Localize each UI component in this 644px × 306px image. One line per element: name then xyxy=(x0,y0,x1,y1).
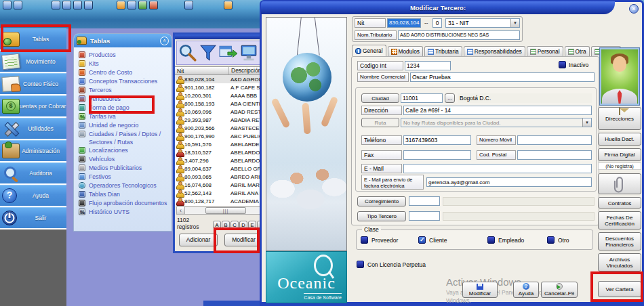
checkbox-icon[interactable] xyxy=(547,236,555,244)
numero-movil-input[interactable] xyxy=(517,135,592,145)
inactivo-checkbox[interactable] xyxy=(559,61,566,68)
corregimiento-input[interactable] xyxy=(409,196,440,206)
dialog-titlebar[interactable]: Modificar Tercero: xyxy=(261,1,615,14)
sidebar-item[interactable]: Utilidades xyxy=(0,118,66,140)
sidebar-item[interactable]: Auditoria xyxy=(0,162,66,185)
table-row[interactable]: 800,128,717 ACADEMIA AU xyxy=(175,197,267,205)
sidebar-item[interactable]: Salir xyxy=(0,207,66,230)
dv-input[interactable]: 0 xyxy=(432,18,442,28)
clase-option[interactable]: Otro xyxy=(547,236,569,244)
email-fe-input[interactable] xyxy=(426,177,592,187)
checkbox-icon[interactable] xyxy=(418,236,426,244)
clase-option[interactable]: Cliente xyxy=(418,236,447,244)
sidebar-item[interactable]: Tablas xyxy=(0,28,66,51)
submenu-item[interactable]: Kits xyxy=(79,60,170,68)
scroll-left-button[interactable]: ‹ xyxy=(177,207,185,214)
sidebar-item[interactable]: Administración xyxy=(0,140,66,162)
alpha-filter-button[interactable]: E xyxy=(248,221,256,229)
table-red-icon[interactable] xyxy=(149,1,158,9)
alpha-filter-button[interactable]: A xyxy=(213,221,221,229)
alpha-filter-button[interactable]: C xyxy=(230,221,239,229)
table-row[interactable]: 901,160,182 A.F CAFE S.A.S xyxy=(175,83,267,91)
dialog-modificar-button[interactable]: Modificar xyxy=(462,282,498,298)
sidebar-item[interactable]: Ayuda xyxy=(0,185,66,207)
column-header-nit[interactable]: Nit xyxy=(175,67,229,74)
clase-option[interactable]: Empleado xyxy=(487,236,524,244)
licencia-checkbox[interactable] xyxy=(357,261,364,268)
grid-icon[interactable] xyxy=(84,1,93,9)
dialog-tab[interactable]: Personal xyxy=(527,46,563,56)
ciudad-button[interactable]: Ciudad xyxy=(361,93,399,103)
ver-cartera-button[interactable]: Ver Cartera xyxy=(598,281,641,297)
submenu-item[interactable]: Histórico UVTS xyxy=(79,208,170,217)
dialog-tab[interactable]: Otra xyxy=(565,46,590,56)
monitor-icon[interactable] xyxy=(239,43,258,62)
folder-open-icon[interactable] xyxy=(117,1,125,9)
alpha-filter-button[interactable]: B xyxy=(222,221,230,229)
nit-input[interactable]: 830,028,104 xyxy=(387,18,421,28)
collapse-button[interactable]: « xyxy=(160,37,169,45)
codigo-int-input[interactable] xyxy=(405,61,451,70)
adicionar-button[interactable]: Adicionar xyxy=(179,234,218,246)
direcciones-button[interactable]: Direcciones xyxy=(598,107,641,130)
tipo-tercero-button[interactable]: Tipo Tercero xyxy=(357,211,406,221)
adjuntos-button[interactable] xyxy=(598,173,641,194)
submenu-item[interactable]: Terceros xyxy=(79,86,170,95)
submenu-item[interactable]: Festivos xyxy=(79,173,170,181)
table-row[interactable]: 18,510,527 ABELARDO BE xyxy=(175,148,267,156)
submenu-item[interactable]: Tablas Dian xyxy=(79,190,170,199)
submenu-item[interactable]: Localizaciones xyxy=(79,146,170,155)
submenu-item[interactable]: Vendedores xyxy=(79,95,170,104)
binoculars-icon[interactable] xyxy=(14,1,22,9)
table-row[interactable]: 89,004,637 ABELLO GRISA xyxy=(175,165,267,173)
table-row[interactable]: 3,407,296 ABELARDO JA xyxy=(175,156,267,165)
table-row[interactable]: 52,562,143 ABRIL ANA LIL xyxy=(175,189,267,197)
user-search-icon[interactable] xyxy=(138,1,147,9)
nombre-comercial-input[interactable] xyxy=(410,72,595,82)
fechas-certificacion-button[interactable]: Fechas De Certificación xyxy=(598,211,641,230)
sidebar-item[interactable]: Cuentas por Cobrar xyxy=(0,95,66,118)
submenu-item[interactable]: Operadores Tecnologicos xyxy=(79,181,170,190)
table-row[interactable]: 900,203,566 ABASTECEMOS xyxy=(175,124,267,132)
ciudad-lookup-button[interactable]: ... xyxy=(445,93,455,103)
descuentos-button[interactable]: Descuentos Financieros xyxy=(598,232,641,250)
email-input[interactable] xyxy=(403,164,592,173)
submenu-item[interactable]: Vehículos xyxy=(79,155,170,164)
table-row[interactable]: 10,200,301 AAAA BBB xyxy=(175,91,267,100)
tipo-tercero-input[interactable] xyxy=(409,211,440,221)
nom-tributario-input[interactable]: A&D AGRO DISTRIBUCIONES NEG SAS xyxy=(398,30,520,40)
notebook-icon[interactable] xyxy=(224,1,233,9)
table-row[interactable]: 16,591,576 ABELARDE GE xyxy=(175,140,267,148)
submenu-item[interactable]: Conceptos Transacciones xyxy=(79,77,170,86)
checkbox-icon[interactable] xyxy=(361,236,368,244)
dialog-tab[interactable]: Responsabilidades xyxy=(464,46,525,56)
submenu-item[interactable]: Flujo aprobación documentos xyxy=(79,199,170,208)
contratos-button[interactable]: Contratos xyxy=(598,197,641,209)
chevron-down-icon[interactable]: ▼ xyxy=(510,19,519,27)
sidebar-item[interactable]: Movimiento xyxy=(0,51,66,73)
list-window-titlebar[interactable] xyxy=(175,35,267,39)
window-icon[interactable] xyxy=(3,1,12,9)
list-icon[interactable] xyxy=(127,1,136,9)
ciudad-code-input[interactable] xyxy=(401,93,443,103)
table-row[interactable]: 830,028,104 A&D AGRODIS xyxy=(175,75,267,83)
corregimiento-button[interactable]: Corregimiento xyxy=(357,196,406,206)
export-icon[interactable] xyxy=(219,43,238,62)
table-icon[interactable] xyxy=(73,1,82,9)
dialog-tab[interactable]: General xyxy=(352,45,386,56)
submenu-item[interactable]: Forma de pago xyxy=(79,104,170,112)
table-row[interactable]: 16,074,608 ABRIL MARCE xyxy=(175,181,267,189)
copy-icon[interactable] xyxy=(62,1,71,9)
ayuda-button[interactable]: ? Ayuda xyxy=(513,282,539,298)
table-row[interactable]: 900,176,990 ABC PUBLICIDA xyxy=(175,132,267,140)
sidebar-item[interactable]: Conteo Fisico xyxy=(0,73,66,95)
modificar-button[interactable]: Modificar xyxy=(224,234,263,246)
horizontal-scrollbar[interactable]: ‹ ||| xyxy=(176,206,266,215)
licencia-option[interactable]: Con Licencia Perpetua xyxy=(357,261,426,268)
table-row[interactable]: 80,093,065 ABREO ARIZA xyxy=(175,173,267,181)
fax-input[interactable] xyxy=(403,150,471,160)
archivos-vinculados-button[interactable]: Archivos Vinculados xyxy=(598,253,641,271)
huella-button[interactable]: Huella Dact. xyxy=(598,133,641,146)
monitor-icon[interactable] xyxy=(184,1,193,9)
checkbox-icon[interactable] xyxy=(487,236,495,244)
